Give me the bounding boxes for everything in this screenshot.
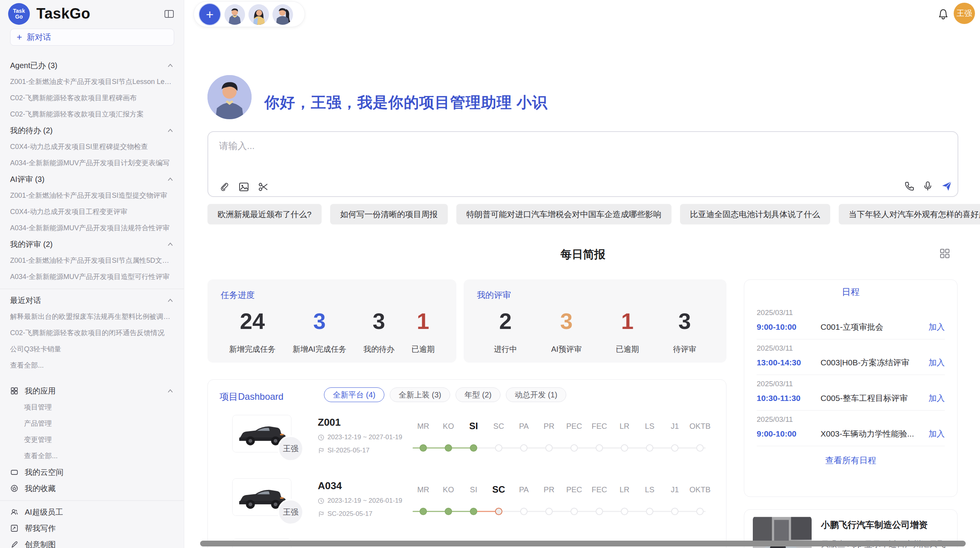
- tool-help-me-write[interactable]: 帮我写作: [10, 520, 174, 536]
- milestone-label: LR: [612, 420, 637, 432]
- recent-chat-label: 解释最新出台的欧盟报废车法规再生塑料比例被调至15%...: [10, 312, 174, 321]
- milestone-label: MR: [411, 484, 436, 495]
- milestone-label: MR: [411, 420, 436, 432]
- flag-icon: [318, 511, 324, 517]
- scissors-icon[interactable]: [257, 181, 269, 193]
- sidebar-item[interactable]: A034-全新新能源MUV产品开发项目计划变更表编写: [10, 155, 174, 171]
- notifications-bell-icon[interactable]: [937, 8, 950, 21]
- suggestion-chip[interactable]: 欧洲新规最近颁布了什么?: [207, 204, 322, 224]
- member-avatar[interactable]: [248, 4, 269, 25]
- collapse-sidebar-icon[interactable]: [164, 9, 175, 19]
- recent-chat-item[interactable]: 解释最新出台的欧盟报废车法规再生塑料比例被调至15%...: [10, 308, 174, 325]
- view-all-apps-link[interactable]: 查看全部...: [10, 448, 174, 464]
- sidebar-item[interactable]: Z001-全新燃油皮卡产品开发项目SI节点Lesson Learn报告: [10, 74, 174, 90]
- my-cloud-space[interactable]: 我的云空间: [10, 464, 174, 480]
- sidebar-item[interactable]: C02-飞腾新能源轻客改款项目里程碑画布: [10, 90, 174, 106]
- sidebar-item-label: A034-全新新能源MUV产品开发项目计划变更表编写: [10, 158, 170, 168]
- milestone-label: J1: [662, 420, 687, 432]
- sidebar-scroll-area[interactable]: Agent已办 (3) Z001-全新燃油皮卡产品开发项目SI节点Lesson …: [0, 46, 184, 548]
- daily-briefing-title: 每日简报: [207, 247, 958, 262]
- section-header-my-todo[interactable]: 我的待办 (2): [10, 122, 174, 139]
- briefing-layout-icon[interactable]: [939, 248, 951, 259]
- join-link[interactable]: 加入: [929, 322, 945, 332]
- milestone-dot: [646, 508, 653, 515]
- section-header-recent-chats[interactable]: 最近对话: [10, 292, 174, 308]
- clock-icon: [318, 434, 324, 441]
- greeting-text: 你好，王强，我是你的项目管理助理 小识: [264, 92, 548, 113]
- phone-icon[interactable]: [904, 180, 915, 192]
- app-item-change-mgmt[interactable]: 变更管理: [10, 432, 174, 448]
- project-dates: 2023-12-19 ~ 2026-01-19: [318, 497, 402, 505]
- sidebar-item[interactable]: Z001-全新燃油轻卡产品开发项目SI造型提交物评审: [10, 187, 174, 204]
- event-time: 9:00-10:00: [757, 429, 821, 438]
- join-link[interactable]: 加入: [929, 393, 945, 404]
- sidebar-item[interactable]: C0X4-动力总成开发项目SI里程碑提交物检查: [10, 139, 174, 155]
- recent-chat-item[interactable]: 公司Q3轻卡销量: [10, 341, 174, 357]
- milestone-label: LR: [612, 484, 637, 495]
- milestone-label: KO: [436, 420, 461, 432]
- milestone-dot: [420, 508, 427, 515]
- tab-new-platform[interactable]: 全新平台 (4): [324, 387, 384, 402]
- suggestion-chip[interactable]: 如何写一份清晰的项目周报: [330, 204, 448, 224]
- user-avatar[interactable]: 王强: [954, 3, 975, 24]
- milestone-dot: [571, 508, 578, 515]
- milestone-label: LS: [637, 484, 662, 495]
- clock-icon: [318, 498, 324, 504]
- event-time: 10:30-11:30: [757, 394, 821, 403]
- member-avatar[interactable]: [272, 4, 293, 25]
- section-header-ai-review[interactable]: AI评审 (3): [10, 171, 174, 187]
- my-favorites[interactable]: 我的收藏: [10, 480, 174, 497]
- project-name: Z001: [318, 416, 341, 428]
- sidebar-item[interactable]: A034-全新新能源MUV产品开发项目造型可行性评审: [10, 269, 174, 285]
- schedule-title: 日程: [757, 280, 945, 304]
- suggestion-chip[interactable]: 比亚迪全固态电池计划具体说了什么: [680, 204, 830, 224]
- section-header-agent-done[interactable]: Agent已办 (3): [10, 57, 174, 74]
- my-favorites-label: 我的收藏: [25, 483, 56, 494]
- project-row[interactable]: 王强 A034 2023-12-19 ~ 2026-01-19 SC-2025-…: [208, 476, 726, 539]
- microphone-icon[interactable]: [922, 180, 934, 192]
- sidebar-item[interactable]: A034-全新新能源MUV产品开发项目法规符合性评审: [10, 220, 174, 236]
- people-icon: [10, 508, 19, 516]
- chevron-up-icon: [167, 387, 174, 394]
- team-avatars-pill: +: [194, 1, 305, 27]
- project-row[interactable]: 王强 Z001 2023-12-19 ~ 2027-01-19 SI-2025-…: [208, 413, 726, 476]
- view-all-schedule-link[interactable]: 查看所有日程: [757, 446, 945, 475]
- app-logo-line1: Task: [13, 8, 25, 14]
- suggestion-chip[interactable]: 特朗普可能对进口汽车增税会对中国车企造成哪些影响: [456, 204, 672, 224]
- tool-label: 创意制图: [25, 539, 56, 548]
- image-icon[interactable]: [238, 181, 250, 193]
- tab-new-body[interactable]: 全新上装 (3): [390, 387, 450, 402]
- my-apps-header[interactable]: 我的应用: [10, 383, 174, 399]
- view-all-chats-link[interactable]: 查看全部...: [10, 357, 174, 373]
- sidebar-item[interactable]: C0X4-动力总成开发项目工程变更评审: [10, 204, 174, 220]
- tool-ai-super-staff[interactable]: AI超级员工: [10, 504, 174, 520]
- join-link[interactable]: 加入: [929, 428, 945, 439]
- attachment-icon[interactable]: [219, 181, 230, 193]
- send-icon[interactable]: [941, 180, 952, 192]
- card-title: 任务进度: [221, 289, 443, 301]
- tool-label: 帮我写作: [25, 523, 56, 534]
- cloud-folder-icon: [10, 468, 19, 476]
- suggestion-chips: 欧洲新规最近颁布了什么? 如何写一份清晰的项目周报 特朗普可能对进口汽车增税会对…: [207, 204, 958, 224]
- app-item-project-mgmt[interactable]: 项目管理: [10, 399, 174, 415]
- tab-year-model[interactable]: 年型 (2): [456, 387, 500, 402]
- horizontal-scrollbar[interactable]: [200, 541, 966, 546]
- new-chat-button[interactable]: + 新对话: [10, 29, 174, 46]
- milestone-label: PR: [536, 420, 562, 432]
- milestone-dot: [470, 508, 477, 515]
- section-header-my-review[interactable]: 我的评审 (2): [10, 236, 174, 252]
- tab-powertrain[interactable]: 动总开发 (1): [506, 387, 566, 402]
- milestone-dot: [646, 444, 653, 452]
- suggestion-chip[interactable]: 当下年轻人对汽车外观有怎样的喜好趋势: [839, 204, 980, 224]
- sidebar-item[interactable]: C02-飞腾新能源轻客改款项目立项汇报方案: [10, 106, 174, 122]
- recent-chat-item[interactable]: C02-飞腾新能源轻客改款项目的闭环通告反馈情况: [10, 325, 174, 341]
- chat-input[interactable]: [219, 140, 877, 171]
- add-member-button[interactable]: +: [199, 4, 220, 25]
- schedule-event: 2025/03/11 10:30-11:30 C005-整车工程目标评审 加入: [757, 375, 945, 411]
- app-item-product-mgmt[interactable]: 产品管理: [10, 415, 174, 432]
- star-badge-icon: [10, 484, 19, 493]
- tool-creative-drawing[interactable]: 创意制图: [10, 536, 174, 548]
- join-link[interactable]: 加入: [929, 357, 945, 368]
- sidebar-item[interactable]: Z001-全新燃油轻卡产品开发项目SI节点属性5D文件评审: [10, 252, 174, 269]
- member-avatar[interactable]: [224, 4, 245, 25]
